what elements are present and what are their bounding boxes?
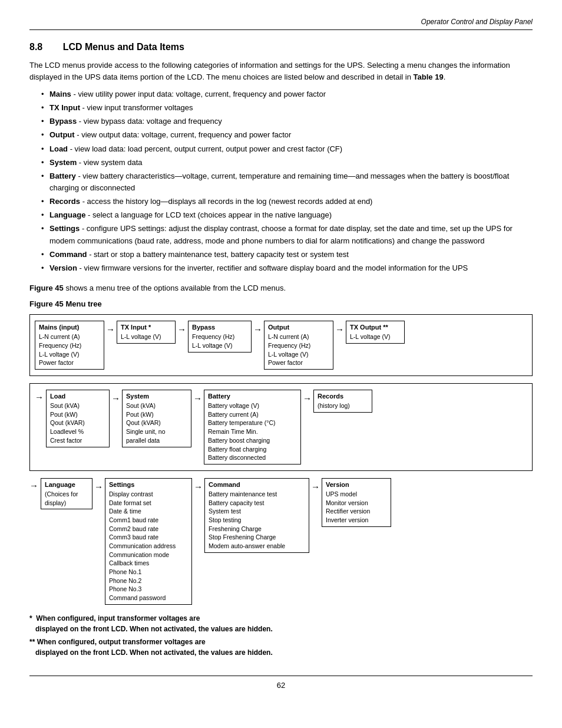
bypass-body: Frequency (Hz)L-L voltage (V) [192,332,247,350]
arrow-output-txout: → [333,321,346,334]
records-node: Records (history log) [313,390,372,413]
version-block-wrap: Version UPS modelMonitor versionRectifie… [322,478,391,527]
records-body: (history log) [318,401,368,410]
command-node: Command Battery maintenance testBattery … [204,478,309,553]
arrow-load-system: → [110,390,122,403]
list-item: Version - view firmware versions for the… [41,262,533,274]
battery-node: Battery Battery voltage (V)Battery curre… [204,390,301,465]
battery-block-wrap: Battery Battery voltage (V)Battery curre… [204,390,301,465]
footnote-star1: * When configured, input transformer vol… [29,613,533,634]
arrow-settings-command: → [192,478,204,492]
tree-row1-container: Mains (input) L-N current (A)Frequency (… [29,314,533,376]
command-title: Command [209,480,305,490]
intro-paragraph: The LCD menus provide access to the foll… [29,60,533,83]
arrow-battery-records: → [301,390,313,403]
tx-output-body: L-L voltage (V) [350,332,401,341]
down-arrow-icon-r3: → [29,480,38,490]
load-body: Sout (kVA)Pout (kW)Qout (kVAR)Loadlevel … [50,401,105,444]
list-item: Language - select a language for LCD tex… [41,209,533,221]
bypass-node: Bypass Frequency (Hz)L-L voltage (V) [188,321,252,352]
system-title: System [126,392,187,401]
page-number: 62 [29,676,533,690]
command-body: Battery maintenance testBattery capacity… [209,490,305,551]
tx-output-title: TX Output ** [350,323,401,332]
arrow-command-version: → [309,478,322,492]
settings-body: Display contrastDate format setDate & ti… [109,490,188,602]
section-heading: LCD Menus and Data Items [63,42,184,52]
tx-input-block-wrap: TX Input * L-L voltage (V) [117,321,176,344]
language-body: (Choices fordisplay) [45,490,88,507]
down-arrow-row3: → [29,480,38,490]
mains-block-wrap: Mains (input) L-N current (A)Frequency (… [35,321,104,370]
mains-node: Mains (input) L-N current (A)Frequency (… [35,321,104,370]
output-node: Output L-N current (A)Frequency (Hz)L-L … [264,321,333,370]
language-node: Language (Choices fordisplay) [41,478,92,509]
list-item: Output - view output data: voltage, curr… [41,129,533,141]
arrow-system-battery: → [191,390,204,403]
output-block-wrap: Output L-N current (A)Frequency (Hz)L-L … [264,321,333,370]
star2-label: ** [29,638,35,646]
load-node: Load Sout (kVA)Pout (kW)Qout (kVAR)Loadl… [46,390,110,447]
footnote-star2: ** When configured, output transformer v… [29,637,533,658]
list-item: Settings - configure UPS settings: adjus… [41,223,533,246]
list-item: Bypass - view bypass data: voltage and f… [41,116,533,127]
version-node: Version UPS modelMonitor versionRectifie… [322,478,391,527]
tree-row3: → Language (Choices fordisplay) → Settin… [29,478,533,605]
bypass-block-wrap: Bypass Frequency (Hz)L-L voltage (V) [188,321,252,352]
list-item: Records - access the history log—display… [41,196,533,207]
tx-input-title: TX Input * [121,323,171,332]
tree-row2: → Load Sout (kVA)Pout (kW)Qout (kVAR)Loa… [35,390,527,465]
list-item: TX Input - view input transformer voltag… [41,102,533,114]
version-title: Version [326,480,387,490]
tx-input-body: L-L voltage (V) [121,332,171,341]
down-arrow-row2: → [35,390,44,402]
figure-ref-bold: Figure 45 [29,284,64,292]
records-title: Records [318,392,368,401]
settings-title: Settings [109,480,188,490]
load-title: Load [50,392,105,401]
header-text: Operator Control and Display Panel [421,18,533,26]
list-item: Battery - view battery characteristics—v… [41,170,533,194]
arrow-bypass-output: → [252,321,264,334]
arrow-tx-bypass: → [176,321,188,334]
list-item: Command - start or stop a battery mainte… [41,249,533,261]
section-title: 8.8 LCD Menus and Data Items [29,42,533,52]
tx-output-node: TX Output ** L-L voltage (V) [346,321,405,344]
battery-body: Battery voltage (V)Battery current (A)Ba… [208,401,297,462]
load-block-wrap: Load Sout (kVA)Pout (kW)Qout (kVAR)Loadl… [46,390,110,447]
settings-node: Settings Display contrastDate format set… [105,478,192,605]
menu-tree: Mains (input) L-N current (A)Frequency (… [29,314,533,604]
tx-output-block-wrap: TX Output ** L-L voltage (V) [346,321,405,344]
mains-title: Mains (input) [39,323,100,332]
list-item: System - view system data [41,157,533,169]
records-block-wrap: Records (history log) [313,390,372,413]
footnotes: * When configured, input transformer vol… [29,613,533,658]
figure-title: Figure 45 Menu tree [29,299,533,308]
mains-body: L-N current (A)Frequency (Hz)L-L voltage… [39,332,100,367]
settings-block-wrap: Settings Display contrastDate format set… [105,478,192,605]
language-block-wrap: Language (Choices fordisplay) [41,478,92,509]
system-node: System Sout (kVA)Pout (kW)Qout (kVAR)Sin… [122,390,191,447]
figure-ref-text: Figure 45 shows a menu tree of the optio… [29,282,533,294]
command-block-wrap: Command Battery maintenance testBattery … [204,478,309,553]
star1-label: * [29,614,32,622]
bypass-title: Bypass [192,323,247,332]
system-body: Sout (kVA)Pout (kW)Qout (kVAR)Single uni… [126,401,187,444]
tree-row1: Mains (input) L-N current (A)Frequency (… [35,321,527,370]
output-body: L-N current (A)Frequency (Hz)L-L voltage… [268,332,329,367]
list-item: Mains - view utility power input data: v… [41,88,533,100]
arrow-language-settings: → [92,478,105,492]
tx-input-node: TX Input * L-L voltage (V) [117,321,176,344]
language-title: Language [45,480,88,490]
system-block-wrap: System Sout (kVA)Pout (kW)Qout (kVAR)Sin… [122,390,191,447]
arrow-mains-tx: → [104,321,117,334]
list-item: Load - view load data: load percent, out… [41,143,533,155]
output-title: Output [268,323,329,332]
menu-items-list: Mains - view utility power input data: v… [41,88,533,274]
page-header: Operator Control and Display Panel [29,18,533,30]
section-number: 8.8 [29,42,42,52]
tree-row2-container: → Load Sout (kVA)Pout (kW)Qout (kVAR)Loa… [29,383,533,471]
down-arrow-icon: → [35,392,44,402]
battery-title: Battery [208,392,297,401]
version-body: UPS modelMonitor versionRectifier versio… [326,490,387,525]
